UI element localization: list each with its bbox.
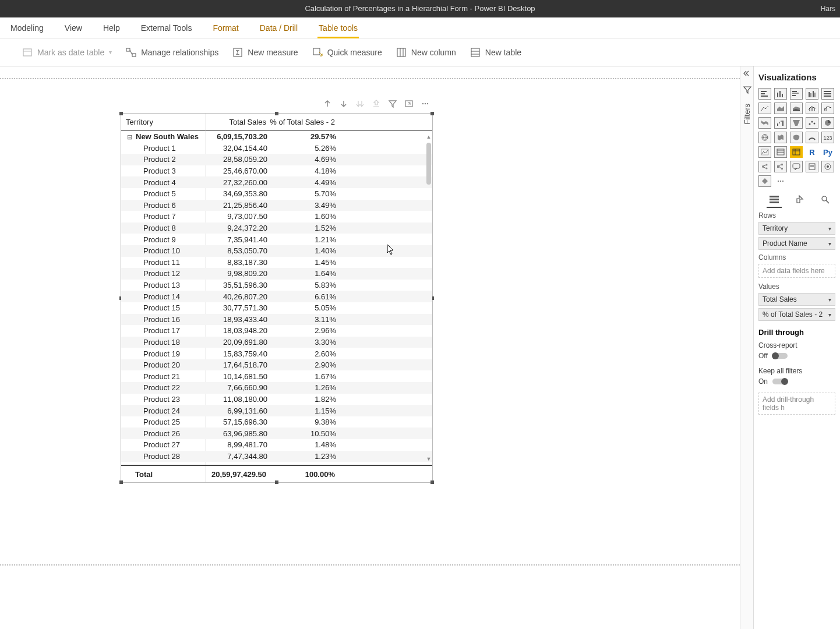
viz-map-icon[interactable] [758, 132, 771, 143]
fields-tab-icon[interactable] [767, 193, 782, 206]
filters-label[interactable]: Filters [743, 104, 751, 124]
viz-powerapps-icon[interactable] [758, 175, 771, 187]
expand-filters-icon[interactable] [740, 66, 754, 80]
viz-stacked-area-icon[interactable] [790, 103, 803, 114]
tab-view[interactable]: View [54, 17, 93, 38]
viz-matrix-icon[interactable] [790, 146, 803, 158]
matrix-data-row[interactable]: Product 2311,08,180.001.82% [121, 394, 432, 405]
focus-mode-icon[interactable] [403, 98, 415, 109]
viz-line-column-icon[interactable] [806, 103, 818, 114]
viz-decomposition-icon[interactable] [774, 161, 787, 172]
format-tab-icon[interactable] [792, 193, 807, 206]
viz-scatter-icon[interactable] [806, 117, 818, 129]
new-column-button[interactable]: New column [396, 47, 456, 58]
matrix-data-row[interactable]: Product 1530,77,571.305.05% [121, 302, 432, 314]
new-measure-button[interactable]: Σ New measure [232, 47, 298, 58]
viz-table-icon[interactable] [774, 146, 787, 158]
viz-pie-icon[interactable] [821, 117, 834, 129]
matrix-data-row[interactable]: Product 2110,14,681.501.67% [121, 370, 432, 382]
tab-help[interactable]: Help [93, 17, 130, 38]
viz-python-icon[interactable]: Py [821, 146, 834, 158]
viz-area-icon[interactable] [774, 103, 787, 114]
header-total-sales[interactable]: Total Sales [206, 118, 270, 126]
scroll-thumb[interactable] [426, 143, 431, 185]
matrix-data-row[interactable]: Product 132,04,154.405.26% [121, 143, 432, 154]
viz-clustered-column-icon[interactable] [806, 88, 818, 100]
matrix-data-row[interactable]: Product 1618,93,433.403.11% [121, 314, 432, 326]
matrix-data-row[interactable]: Product 278,99,481.701.48% [121, 439, 432, 451]
matrix-data-row[interactable]: Product 287,47,344.801.23% [121, 451, 432, 462]
viz-waterfall-icon[interactable] [774, 117, 787, 129]
filter-icon[interactable] [387, 98, 398, 109]
matrix-data-row[interactable]: Product 1820,09,691.803.30% [121, 337, 432, 348]
drill-through-drop-zone[interactable]: Add drill-through fields h [758, 393, 835, 415]
header-territory[interactable]: Territory [121, 118, 206, 126]
field-pill-pct[interactable]: % of Total Sales - 2▾ [758, 308, 835, 321]
field-pill-product-name[interactable]: Product Name▾ [758, 237, 835, 250]
matrix-data-row[interactable]: Product 621,25,856.403.49% [121, 200, 432, 211]
matrix-data-row[interactable]: Product 1915,83,759.402.60% [121, 348, 432, 359]
matrix-data-row[interactable]: Product 118,83,187.301.45% [121, 257, 432, 268]
new-table-button[interactable]: New table [470, 47, 521, 58]
matrix-data-row[interactable]: Product 89,24,372.201.52% [121, 222, 432, 234]
matrix-data-row[interactable]: Product 2557,15,696.309.38% [121, 416, 432, 428]
analytics-tab-icon[interactable] [818, 193, 833, 206]
viz-stacked-bar-icon[interactable] [758, 88, 771, 100]
matrix-data-row[interactable]: Product 1335,51,596.305.83% [121, 280, 432, 291]
viz-ribbon-icon[interactable] [758, 117, 771, 129]
matrix-visual[interactable]: Territory Total Sales % of Total Sales -… [121, 113, 433, 483]
matrix-data-row[interactable]: Product 1718,03,948.202.96% [121, 325, 432, 337]
matrix-body[interactable]: New South Wales 6,09,15,703.20 29.57% Pr… [121, 131, 432, 466]
viz-paginated-icon[interactable] [806, 161, 818, 172]
manage-relationships-button[interactable]: Manage relationships [126, 47, 218, 58]
drill-up-icon[interactable] [322, 98, 333, 109]
quick-measure-button[interactable]: Quick measure [312, 47, 382, 58]
viz-more-icon[interactable] [774, 175, 787, 187]
field-pill-territory[interactable]: Territory▾ [758, 222, 835, 235]
tab-table-tools[interactable]: Table tools [308, 17, 368, 38]
viz-gauge-icon[interactable] [806, 132, 818, 143]
matrix-data-row[interactable]: Product 427,32,260.004.49% [121, 176, 432, 188]
matrix-data-row[interactable]: Product 534,69,353.805.70% [121, 188, 432, 200]
viz-100-bar-icon[interactable] [821, 88, 834, 100]
cross-report-toggle[interactable]: Off [758, 352, 835, 360]
header-pct[interactable]: % of Total Sales - 2 [270, 118, 338, 126]
expand-next-level-icon[interactable] [354, 98, 366, 109]
matrix-data-row[interactable]: Product 97,35,941.401.21% [121, 234, 432, 245]
columns-drop-zone[interactable]: Add data fields here [758, 264, 835, 278]
scroll-up-icon[interactable]: ▲ [425, 133, 432, 140]
matrix-data-row[interactable]: Product 227,66,660.901.26% [121, 382, 432, 394]
field-pill-total-sales[interactable]: Total Sales▾ [758, 293, 835, 306]
matrix-data-row[interactable]: Product 129,98,809.201.64% [121, 268, 432, 280]
tab-modeling[interactable]: Modeling [0, 17, 54, 38]
tab-external-tools[interactable]: External Tools [130, 17, 203, 38]
viz-arcgis-icon[interactable] [821, 161, 834, 172]
viz-line-icon[interactable] [758, 103, 771, 114]
viz-shape-map-icon[interactable] [790, 132, 803, 143]
viz-clustered-bar-icon[interactable] [790, 88, 803, 100]
more-options-icon[interactable] [419, 98, 431, 109]
tab-data-drill[interactable]: Data / Drill [249, 17, 308, 38]
matrix-group-row[interactable]: New South Wales 6,09,15,703.20 29.57% [121, 131, 432, 143]
matrix-data-row[interactable]: Product 228,58,059.204.69% [121, 154, 432, 165]
viz-line-clustered-icon[interactable] [821, 103, 834, 114]
report-canvas[interactable]: Territory Total Sales % of Total Sales -… [0, 66, 840, 629]
expand-all-icon[interactable] [370, 98, 382, 109]
tab-format[interactable]: Format [202, 17, 249, 38]
viz-funnel-icon[interactable] [790, 117, 803, 129]
viz-stacked-column-icon[interactable] [774, 88, 787, 100]
scrollbar[interactable]: ▲ ▼ [425, 133, 432, 462]
viz-card-icon[interactable]: 123 [821, 132, 834, 143]
matrix-data-row[interactable]: Product 2663,96,985.8010.50% [121, 427, 432, 439]
viz-kpi-icon[interactable] [758, 146, 771, 158]
viz-key-influencers-icon[interactable] [758, 161, 771, 172]
matrix-data-row[interactable]: Product 108,53,050.701.40% [121, 245, 432, 257]
matrix-data-row[interactable]: Product 325,46,670.004.18% [121, 165, 432, 177]
matrix-data-row[interactable]: Product 79,73,007.501.60% [121, 211, 432, 222]
viz-r-script-icon[interactable]: R [806, 146, 818, 158]
viz-qa-icon[interactable] [790, 161, 803, 172]
keep-filters-toggle[interactable]: On [758, 377, 835, 386]
matrix-data-row[interactable]: Product 1440,26,807.206.61% [121, 291, 432, 302]
scroll-down-icon[interactable]: ▼ [425, 455, 432, 462]
matrix-data-row[interactable]: Product 246,99,131.601.15% [121, 405, 432, 416]
